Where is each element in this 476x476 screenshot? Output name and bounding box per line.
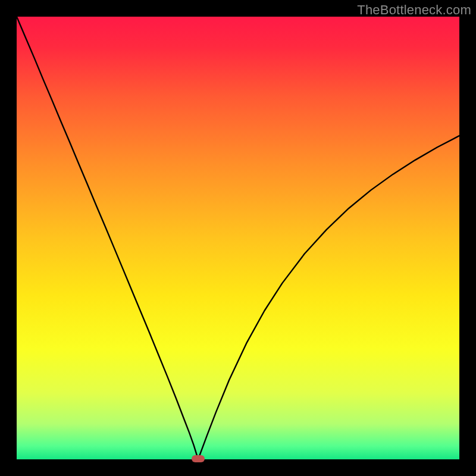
chart-svg <box>17 17 459 459</box>
chart-plot-area <box>17 17 459 459</box>
watermark-text: TheBottleneck.com <box>357 2 471 18</box>
chart-background <box>17 17 459 459</box>
minimum-marker <box>192 455 205 462</box>
